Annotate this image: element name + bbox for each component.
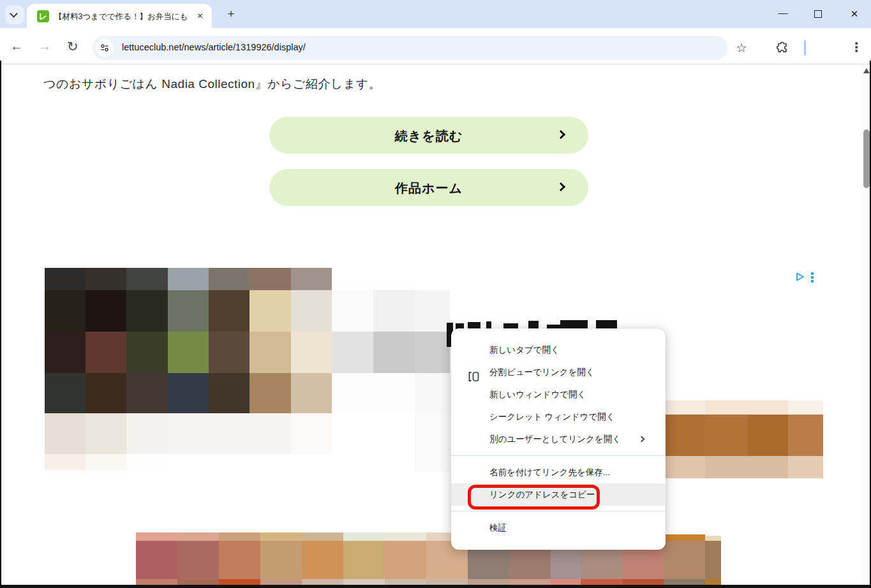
mosaic-cell — [373, 290, 415, 332]
mosaic-cell — [705, 456, 788, 478]
menu-item-open-split-view[interactable]: 分割ビューでリンクを開く — [451, 361, 666, 383]
mosaic-cell — [788, 415, 823, 456]
mosaic-cell — [209, 413, 249, 454]
browser-menu-button[interactable]: ⋮ — [850, 40, 863, 55]
read-more-button[interactable]: 続きを読む — [269, 117, 588, 154]
mosaic-cell — [249, 332, 291, 373]
mosaic-cell — [664, 541, 705, 579]
submenu-arrow-icon — [639, 436, 645, 443]
mosaic-cell — [45, 454, 86, 470]
mosaic-cell — [126, 290, 168, 332]
menu-item-save-link-as[interactable]: 名前を付けてリンク先を保存... — [451, 461, 666, 483]
mosaic-cell — [209, 332, 249, 373]
mosaic-cell — [177, 533, 219, 541]
mosaic-cell — [415, 290, 450, 332]
window-border — [0, 61, 1, 588]
mosaic-cell — [249, 268, 291, 290]
menu-separator — [451, 455, 666, 456]
mosaic-cell — [168, 332, 209, 373]
ad-menu-button[interactable] — [811, 272, 814, 284]
mosaic-cell — [385, 541, 426, 579]
mosaic-cell — [665, 456, 705, 478]
mosaic-cell — [45, 332, 86, 373]
mosaic-cell — [385, 533, 426, 541]
mosaic-cell — [86, 413, 126, 454]
mosaic-cell — [664, 534, 705, 541]
mosaic-cell — [86, 290, 126, 332]
mosaic-cell — [45, 373, 86, 413]
tab-strip: レ 【材料3つまでで作る！】お弁当にも ✕ + — ✕ — [0, 0, 871, 28]
mosaic-cell — [168, 268, 209, 290]
mosaic-cell — [86, 373, 126, 413]
address-bar[interactable]: lettuceclub.net/news/article/1319926/dis… — [93, 36, 727, 60]
chevron-down-icon — [10, 10, 18, 18]
mosaic-cell — [249, 290, 291, 332]
back-button[interactable]: ← — [10, 39, 23, 54]
mosaic-cell — [373, 332, 415, 373]
mosaic-cell — [415, 413, 450, 472]
mosaic-cell — [343, 533, 385, 541]
mosaic-cell — [332, 373, 373, 413]
window-maximize-button[interactable] — [810, 6, 826, 22]
mosaic-cell — [126, 332, 168, 373]
mosaic-cell — [45, 268, 86, 290]
mosaic-cell — [168, 373, 209, 413]
mosaic-cell — [665, 415, 705, 456]
mosaic-cell — [86, 268, 126, 290]
mosaic-cell — [291, 332, 332, 373]
menu-separator — [451, 511, 666, 511]
mosaic-cell — [332, 290, 373, 332]
menu-item-open-new-tab[interactable]: 新しいタブで開く — [451, 339, 666, 361]
window-close-button[interactable]: ✕ — [846, 6, 863, 22]
mosaic-cell — [302, 541, 343, 579]
mosaic-cell — [415, 332, 450, 373]
mosaic-cell — [126, 413, 168, 454]
menu-item-inspect[interactable]: 検証 — [451, 517, 666, 539]
chevron-right-icon — [556, 130, 565, 139]
mosaic-cell — [788, 456, 823, 478]
browser-window: レ 【材料3つまでで作る！】お弁当にも ✕ + — ✕ ← → ↻ lettuc… — [0, 0, 871, 588]
tab-search-button[interactable] — [5, 5, 24, 24]
active-tab[interactable]: レ 【材料3つまでで作る！】お弁当にも ✕ — [27, 4, 212, 28]
window-border — [0, 585, 871, 588]
menu-item-open-incognito[interactable]: シークレット ウィンドウで開く — [451, 406, 666, 428]
reload-button[interactable]: ↻ — [67, 39, 78, 54]
context-menu: 新しいタブで開く 分割ビューでリンクを開く 新しいウィンドウで開く シークレット… — [451, 328, 666, 550]
mosaic-cell — [705, 401, 788, 415]
tab-close-icon[interactable]: ✕ — [195, 11, 205, 22]
new-tab-button[interactable]: + — [223, 6, 239, 22]
mosaic-cell — [748, 415, 788, 456]
mosaic-cell — [291, 373, 332, 413]
scroll-up-arrow[interactable] — [863, 68, 870, 73]
mosaic-cell — [788, 401, 823, 415]
extensions-button[interactable] — [776, 41, 789, 57]
mosaic-cell — [343, 541, 385, 579]
tab-title: 【材料3つまでで作る！】お弁当にも — [54, 11, 191, 22]
mosaic-cell — [126, 268, 168, 290]
work-home-button[interactable]: 作品ホーム — [269, 169, 588, 206]
mosaic-cell — [86, 332, 126, 373]
adchoices-button[interactable] — [795, 272, 805, 284]
mosaic-cell — [136, 533, 177, 541]
mosaic-cell — [332, 332, 373, 373]
mosaic-cell — [705, 415, 748, 456]
mosaic-cell — [415, 373, 450, 413]
mosaic-cell — [302, 533, 343, 541]
scrollbar-thumb[interactable] — [863, 129, 870, 188]
menu-item-open-new-window[interactable]: 新しいウィンドウで開く — [451, 383, 666, 406]
mosaic-cell — [219, 541, 260, 579]
menu-item-open-as-other-user[interactable]: 別のユーザーとしてリンクを開く — [451, 428, 666, 450]
article-intro-text: つのおサボりごはん Nadia Collection』からご紹介します。 — [43, 76, 381, 92]
adchoices-icon — [795, 272, 805, 282]
forward-button[interactable]: → — [38, 39, 51, 54]
mosaic-cell — [219, 533, 260, 541]
mosaic-cell — [260, 533, 302, 541]
bookmark-star-button[interactable]: ☆ — [736, 40, 747, 55]
tune-icon — [100, 43, 110, 53]
mosaic-cell — [249, 373, 291, 413]
mosaic-cell — [45, 413, 86, 454]
window-minimize-button[interactable]: — — [775, 6, 791, 22]
site-info-button[interactable] — [96, 39, 114, 57]
mosaic-cell — [209, 373, 249, 413]
mosaic-cell — [705, 541, 721, 579]
